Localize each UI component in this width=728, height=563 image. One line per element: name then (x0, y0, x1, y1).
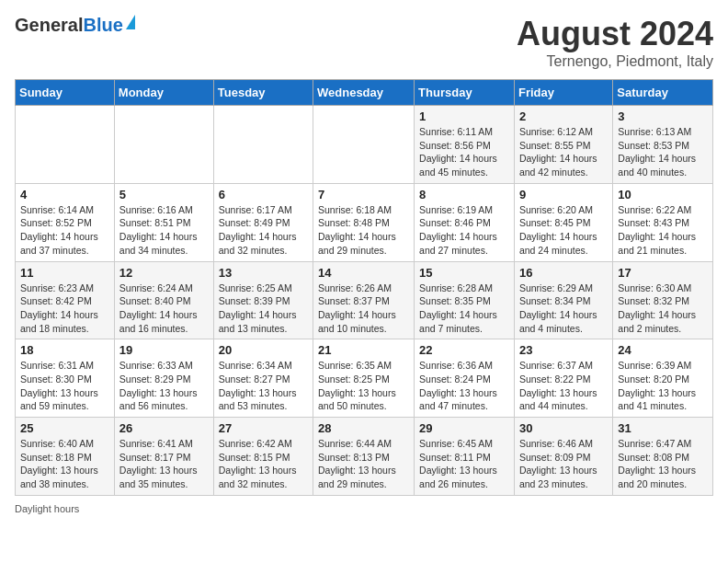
footer-note: Daylight hours (15, 503, 713, 514)
day-info: Sunrise: 6:42 AM Sunset: 8:15 PM Dayligh… (219, 437, 308, 491)
day-info: Sunrise: 6:34 AM Sunset: 8:27 PM Dayligh… (219, 359, 308, 413)
day-info: Sunrise: 6:40 AM Sunset: 8:18 PM Dayligh… (20, 437, 109, 491)
calendar-cell: 15Sunrise: 6:28 AM Sunset: 8:35 PM Dayli… (415, 261, 515, 339)
day-info: Sunrise: 6:13 AM Sunset: 8:53 PM Dayligh… (618, 125, 708, 179)
day-number: 17 (618, 266, 708, 280)
day-info: Sunrise: 6:46 AM Sunset: 8:09 PM Dayligh… (519, 437, 608, 491)
calendar-cell: 18Sunrise: 6:31 AM Sunset: 8:30 PM Dayli… (16, 339, 115, 418)
day-number: 22 (419, 343, 509, 357)
day-info: Sunrise: 6:41 AM Sunset: 8:17 PM Dayligh… (119, 437, 209, 491)
day-info: Sunrise: 6:39 AM Sunset: 8:20 PM Dayligh… (618, 359, 708, 413)
day-number: 12 (119, 266, 209, 280)
day-number: 29 (419, 421, 509, 435)
day-info: Sunrise: 6:12 AM Sunset: 8:55 PM Dayligh… (519, 125, 608, 179)
day-number: 15 (419, 266, 509, 280)
day-number: 6 (219, 188, 308, 201)
day-number: 14 (318, 266, 409, 280)
day-number: 16 (519, 266, 608, 280)
day-info: Sunrise: 6:24 AM Sunset: 8:40 PM Dayligh… (119, 282, 209, 336)
calendar-cell: 11Sunrise: 6:23 AM Sunset: 8:42 PM Dayli… (16, 261, 115, 339)
calendar-cell: 16Sunrise: 6:29 AM Sunset: 8:34 PM Dayli… (514, 261, 612, 339)
calendar-cell: 14Sunrise: 6:26 AM Sunset: 8:37 PM Dayli… (313, 261, 415, 339)
calendar-cell: 6Sunrise: 6:17 AM Sunset: 8:49 PM Daylig… (213, 183, 313, 261)
day-info: Sunrise: 6:29 AM Sunset: 8:34 PM Dayligh… (519, 282, 608, 336)
day-number: 25 (20, 421, 109, 435)
day-info: Sunrise: 6:45 AM Sunset: 8:11 PM Dayligh… (419, 437, 509, 491)
day-header-monday: Monday (114, 80, 213, 106)
day-info: Sunrise: 6:47 AM Sunset: 8:08 PM Dayligh… (618, 437, 708, 491)
calendar-cell: 12Sunrise: 6:24 AM Sunset: 8:40 PM Dayli… (114, 261, 213, 339)
calendar-cell (313, 106, 415, 184)
day-info: Sunrise: 6:35 AM Sunset: 8:25 PM Dayligh… (318, 359, 409, 413)
day-number: 18 (20, 343, 109, 357)
subtitle: Ternengo, Piedmont, Italy (517, 53, 713, 70)
day-number: 2 (519, 109, 608, 123)
main-title: August 2024 (517, 15, 713, 53)
day-number: 30 (519, 421, 608, 435)
day-info: Sunrise: 6:16 AM Sunset: 8:51 PM Dayligh… (119, 203, 209, 258)
calendar-cell: 31Sunrise: 6:47 AM Sunset: 8:08 PM Dayli… (613, 418, 713, 496)
calendar-cell: 17Sunrise: 6:30 AM Sunset: 8:32 PM Dayli… (613, 261, 713, 339)
day-number: 7 (318, 188, 409, 201)
day-number: 24 (618, 343, 708, 357)
day-info: Sunrise: 6:44 AM Sunset: 8:13 PM Dayligh… (318, 437, 409, 491)
calendar-cell: 21Sunrise: 6:35 AM Sunset: 8:25 PM Dayli… (313, 339, 415, 418)
day-info: Sunrise: 6:14 AM Sunset: 8:52 PM Dayligh… (20, 203, 109, 258)
calendar-cell: 5Sunrise: 6:16 AM Sunset: 8:51 PM Daylig… (114, 183, 213, 261)
day-number: 3 (618, 109, 708, 123)
day-info: Sunrise: 6:19 AM Sunset: 8:46 PM Dayligh… (419, 203, 509, 258)
day-number: 31 (618, 421, 708, 435)
calendar-cell: 25Sunrise: 6:40 AM Sunset: 8:18 PM Dayli… (16, 418, 115, 496)
calendar-cell: 29Sunrise: 6:45 AM Sunset: 8:11 PM Dayli… (415, 418, 515, 496)
calendar-cell (16, 106, 115, 184)
logo-blue-text: Blue (83, 15, 122, 36)
calendar-cell: 23Sunrise: 6:37 AM Sunset: 8:22 PM Dayli… (514, 339, 612, 418)
calendar-cell: 27Sunrise: 6:42 AM Sunset: 8:15 PM Dayli… (213, 418, 313, 496)
day-number: 1 (419, 109, 509, 123)
logo-general-text: General (15, 15, 83, 36)
calendar-cell: 9Sunrise: 6:20 AM Sunset: 8:45 PM Daylig… (514, 183, 612, 261)
calendar-cell: 30Sunrise: 6:46 AM Sunset: 8:09 PM Dayli… (514, 418, 612, 496)
day-number: 21 (318, 343, 409, 357)
day-number: 11 (20, 266, 109, 280)
day-info: Sunrise: 6:31 AM Sunset: 8:30 PM Dayligh… (20, 359, 109, 413)
day-number: 9 (519, 188, 608, 201)
day-header-friday: Friday (514, 80, 612, 106)
calendar-cell: 13Sunrise: 6:25 AM Sunset: 8:39 PM Dayli… (213, 261, 313, 339)
calendar-cell: 19Sunrise: 6:33 AM Sunset: 8:29 PM Dayli… (114, 339, 213, 418)
calendar-cell: 1Sunrise: 6:11 AM Sunset: 8:56 PM Daylig… (415, 106, 515, 184)
calendar-cell: 10Sunrise: 6:22 AM Sunset: 8:43 PM Dayli… (613, 183, 713, 261)
day-info: Sunrise: 6:20 AM Sunset: 8:45 PM Dayligh… (519, 203, 608, 258)
day-header-tuesday: Tuesday (213, 80, 313, 106)
daylight-label: Daylight hours (15, 503, 79, 514)
day-info: Sunrise: 6:30 AM Sunset: 8:32 PM Dayligh… (618, 282, 708, 336)
day-info: Sunrise: 6:26 AM Sunset: 8:37 PM Dayligh… (318, 282, 409, 336)
calendar-cell (213, 106, 313, 184)
day-info: Sunrise: 6:33 AM Sunset: 8:29 PM Dayligh… (119, 359, 209, 413)
day-number: 20 (219, 343, 308, 357)
day-number: 19 (119, 343, 209, 357)
calendar-cell: 26Sunrise: 6:41 AM Sunset: 8:17 PM Dayli… (114, 418, 213, 496)
day-number: 10 (618, 188, 708, 201)
day-info: Sunrise: 6:37 AM Sunset: 8:22 PM Dayligh… (519, 359, 608, 413)
day-number: 13 (219, 266, 308, 280)
calendar-cell: 28Sunrise: 6:44 AM Sunset: 8:13 PM Dayli… (313, 418, 415, 496)
title-area: August 2024 Ternengo, Piedmont, Italy (517, 15, 713, 70)
calendar-cell: 24Sunrise: 6:39 AM Sunset: 8:20 PM Dayli… (613, 339, 713, 418)
day-info: Sunrise: 6:25 AM Sunset: 8:39 PM Dayligh… (219, 282, 308, 336)
day-number: 23 (519, 343, 608, 357)
day-info: Sunrise: 6:18 AM Sunset: 8:48 PM Dayligh… (318, 203, 409, 258)
day-info: Sunrise: 6:36 AM Sunset: 8:24 PM Dayligh… (419, 359, 509, 413)
calendar-table: SundayMondayTuesdayWednesdayThursdayFrid… (15, 79, 713, 496)
page-header: General Blue August 2024 Ternengo, Piedm… (15, 15, 713, 70)
calendar-cell: 7Sunrise: 6:18 AM Sunset: 8:48 PM Daylig… (313, 183, 415, 261)
day-number: 26 (119, 421, 209, 435)
day-info: Sunrise: 6:17 AM Sunset: 8:49 PM Dayligh… (219, 203, 308, 258)
logo-triangle-icon (126, 15, 135, 29)
calendar-cell: 4Sunrise: 6:14 AM Sunset: 8:52 PM Daylig… (16, 183, 115, 261)
day-header-thursday: Thursday (415, 80, 515, 106)
day-info: Sunrise: 6:11 AM Sunset: 8:56 PM Dayligh… (419, 125, 509, 179)
calendar-cell: 2Sunrise: 6:12 AM Sunset: 8:55 PM Daylig… (514, 106, 612, 184)
calendar-cell: 22Sunrise: 6:36 AM Sunset: 8:24 PM Dayli… (415, 339, 515, 418)
day-number: 27 (219, 421, 308, 435)
